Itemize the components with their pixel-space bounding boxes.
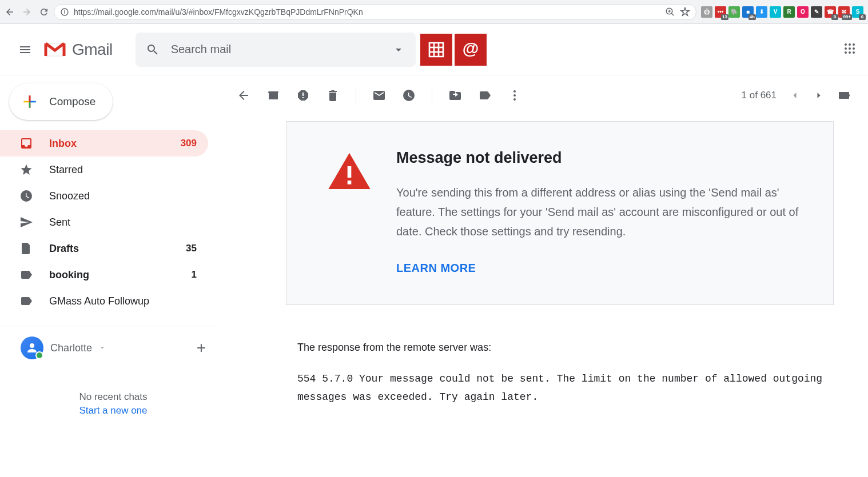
file-icon [19, 242, 33, 255]
hangouts-user-row[interactable]: Charlotte + [21, 336, 206, 359]
snooze-icon[interactable] [402, 89, 416, 102]
svg-rect-2 [64, 10, 65, 10]
search-options-icon[interactable] [392, 43, 405, 57]
google-apps-button[interactable] [843, 42, 857, 58]
sidebar-item-gmass-auto-followup[interactable]: GMass Auto Followup [0, 288, 208, 314]
at-icon: @ [461, 41, 480, 59]
presence-indicator [35, 351, 43, 359]
browser-toolbar: https://mail.google.com/mail/u/3/#inbox/… [0, 0, 868, 24]
toolbar-right: 1 of 661 [742, 89, 851, 102]
extension-icon[interactable]: ■4h [742, 6, 754, 18]
extension-icon[interactable]: 🐘 [728, 6, 740, 18]
move-to-icon[interactable] [448, 89, 462, 102]
nav-count: 35 [186, 243, 197, 254]
toolbar-divider [432, 87, 432, 103]
gmail-header: Gmail @ [0, 24, 868, 75]
search-input[interactable] [171, 43, 392, 56]
sidebar-item-snoozed[interactable]: Snoozed [0, 183, 208, 209]
extension-icons: ⏻•••13🐘■4h⬇VRO✎☎0✉99+S6 [701, 6, 863, 18]
warning-icon [327, 149, 372, 195]
zoom-icon[interactable] [665, 7, 675, 17]
star-icon[interactable] [680, 7, 690, 17]
svg-point-16 [849, 47, 851, 50]
response-label: The response from the remote server was: [297, 342, 834, 354]
svg-point-27 [513, 90, 516, 93]
forward-icon[interactable] [22, 7, 32, 17]
svg-point-26 [30, 343, 34, 348]
back-to-inbox-icon[interactable] [237, 89, 250, 102]
input-tools-icon[interactable] [837, 89, 851, 102]
delete-icon[interactable] [326, 89, 340, 102]
grid-icon [427, 41, 445, 59]
older-icon[interactable] [813, 90, 825, 101]
url-text: https://mail.google.com/mail/u/3/#inbox/… [74, 7, 660, 17]
new-chat-button[interactable]: + [197, 339, 206, 357]
archive-icon[interactable] [266, 89, 280, 102]
newer-icon[interactable] [789, 90, 801, 101]
inbox-icon [19, 137, 33, 150]
no-chats-text: No recent chats [21, 391, 206, 403]
extension-icon[interactable]: O [797, 6, 809, 18]
sidebar: Compose Inbox 309 Starred Snoozed Sent D… [0, 75, 217, 477]
svg-point-12 [845, 43, 847, 46]
bounce-body: You're sending this from a different add… [396, 183, 799, 241]
svg-rect-1 [64, 11, 65, 13]
message-toolbar: 1 of 661 [229, 75, 851, 115]
reload-icon[interactable] [39, 7, 49, 17]
compose-button[interactable]: Compose [9, 83, 113, 120]
extension-icon[interactable]: R [783, 6, 795, 18]
sidebar-item-sent[interactable]: Sent [0, 209, 208, 235]
mark-unread-icon[interactable] [372, 89, 386, 102]
hamburger-icon [18, 43, 32, 57]
extension-icon[interactable]: V [770, 6, 781, 18]
gmass-grid-button[interactable] [420, 34, 452, 66]
svg-rect-31 [348, 166, 352, 178]
nav-label: GMass Auto Followup [49, 295, 197, 307]
hangouts-section: Charlotte + No recent chats Start a new … [0, 326, 217, 416]
response-section: The response from the remote server was:… [297, 342, 834, 407]
back-icon[interactable] [5, 7, 15, 17]
nav-list: Inbox 309 Starred Snoozed Sent Drafts 35… [0, 130, 217, 314]
search-icon[interactable] [146, 43, 160, 57]
clock-icon [19, 189, 33, 203]
search-bar[interactable] [136, 33, 416, 67]
extension-icon[interactable]: ☎0 [825, 6, 836, 18]
nav-label: Inbox [49, 138, 181, 150]
chevron-down-icon[interactable] [99, 344, 106, 351]
compose-plus-icon [21, 93, 39, 111]
spam-icon[interactable] [296, 89, 310, 102]
extension-icon[interactable]: ⬇ [756, 6, 767, 18]
learn-more-link[interactable]: LEARN MORE [396, 262, 799, 275]
main-menu-button[interactable] [11, 36, 39, 63]
more-icon[interactable] [508, 89, 521, 102]
avatar [21, 336, 43, 359]
label-icon [19, 294, 33, 308]
svg-point-14 [853, 43, 855, 46]
star-icon [19, 163, 33, 177]
nav-label: Drafts [49, 243, 186, 255]
bounce-content: Message not delivered You're sending thi… [396, 149, 799, 275]
svg-rect-30 [839, 92, 849, 99]
extension-icon[interactable]: ✎ [811, 6, 822, 18]
sidebar-item-inbox[interactable]: Inbox 309 [0, 130, 208, 157]
sidebar-item-drafts[interactable]: Drafts 35 [0, 235, 208, 262]
svg-point-28 [513, 94, 516, 97]
pagination-text: 1 of 661 [742, 90, 777, 101]
sidebar-item-booking[interactable]: booking 1 [0, 262, 208, 288]
svg-point-29 [513, 98, 516, 101]
extension-icon[interactable]: •••13 [715, 6, 726, 18]
hangouts-username: Charlotte [50, 342, 92, 354]
extension-icon[interactable]: ✉99+ [838, 6, 850, 18]
gmail-logo-icon [43, 41, 66, 58]
address-bar[interactable]: https://mail.google.com/mail/u/3/#inbox/… [54, 4, 696, 20]
gmail-logo[interactable]: Gmail [43, 41, 113, 59]
extension-icon[interactable]: ⏻ [701, 6, 712, 18]
sidebar-item-starred[interactable]: Starred [0, 157, 208, 183]
start-chat-link[interactable]: Start a new one [21, 405, 206, 416]
bounce-message-box: Message not delivered You're sending thi… [286, 121, 834, 305]
gmass-at-button[interactable]: @ [455, 34, 487, 66]
extension-icon[interactable]: S6 [852, 6, 863, 18]
content-area: 1 of 661 Message not delivered You're se… [217, 75, 868, 477]
browser-nav [5, 7, 49, 17]
labels-icon[interactable] [478, 89, 492, 102]
